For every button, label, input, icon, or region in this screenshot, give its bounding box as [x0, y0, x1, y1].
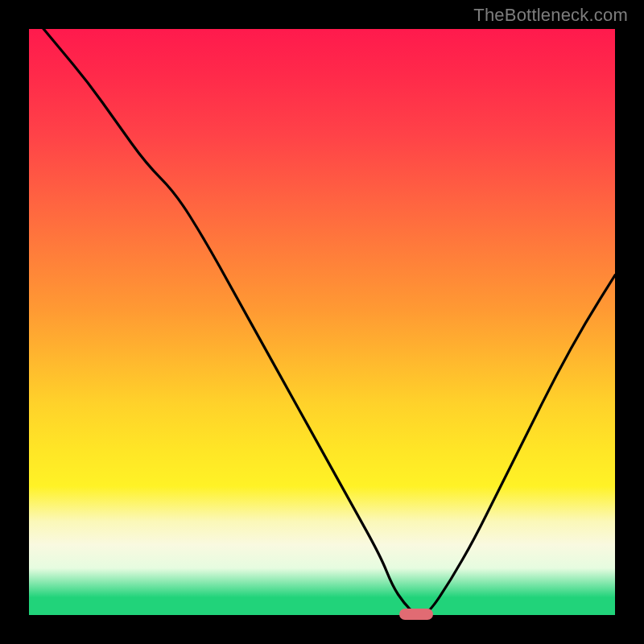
optimum-marker — [399, 609, 433, 620]
curve-path — [29, 11, 615, 615]
chart-frame: TheBottleneck.com — [0, 0, 644, 644]
bottleneck-curve — [29, 29, 615, 615]
plot-area — [29, 29, 615, 615]
watermark-text: TheBottleneck.com — [473, 5, 628, 26]
